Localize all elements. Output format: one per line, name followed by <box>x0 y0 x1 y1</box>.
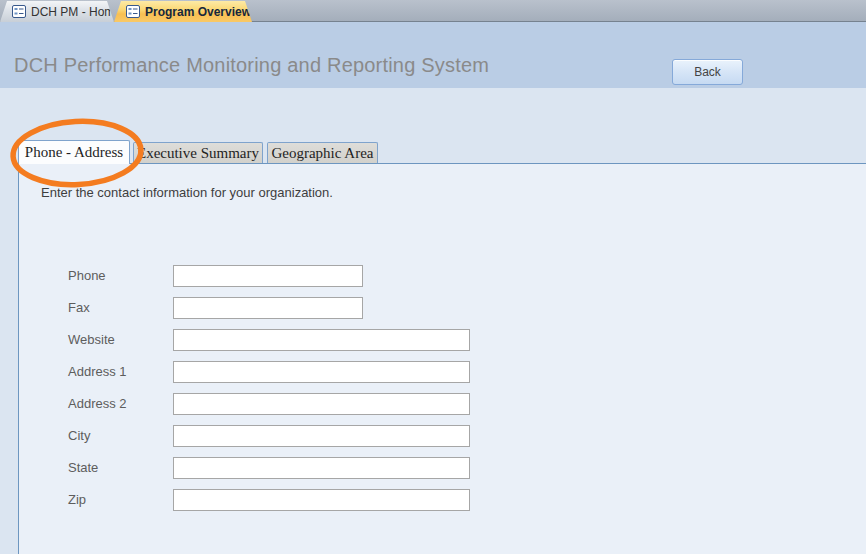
address2-label: Address 2 <box>68 393 127 415</box>
city-label: City <box>68 425 90 447</box>
website-field[interactable] <box>173 329 470 351</box>
back-button[interactable]: Back <box>672 59 743 85</box>
tab-executive-summary[interactable]: Executive Summary <box>133 142 263 163</box>
tab-geographic-area[interactable]: Geographic Area <box>267 142 378 163</box>
state-field[interactable] <box>173 457 470 479</box>
page-title: DCH Performance Monitoring and Reporting… <box>14 54 489 77</box>
zip-label: Zip <box>68 489 86 511</box>
city-field[interactable] <box>173 425 470 447</box>
fax-field[interactable] <box>173 297 363 319</box>
doc-tab-program-overview[interactable]: Program Overview <box>114 1 252 22</box>
form-icon <box>12 5 26 18</box>
zip-field[interactable] <box>173 489 470 511</box>
address1-field[interactable] <box>173 361 470 383</box>
instruction-text: Enter the contact information for your o… <box>41 185 333 200</box>
website-label: Website <box>68 329 115 351</box>
address2-field[interactable] <box>173 393 470 415</box>
form-icon <box>126 5 140 18</box>
state-label: State <box>68 457 98 479</box>
doc-tab-label: Program Overview <box>145 5 251 19</box>
header-band: DCH Performance Monitoring and Reporting… <box>0 22 866 88</box>
address1-label: Address 1 <box>68 361 127 383</box>
document-tab-bar: DCH PM - Home Program Overview <box>0 0 866 22</box>
doc-tab-dch-pm-home[interactable]: DCH PM - Home <box>0 1 114 22</box>
fax-label: Fax <box>68 297 90 319</box>
tab-phone-address[interactable]: Phone - Address <box>18 140 130 164</box>
phone-label: Phone <box>68 265 106 287</box>
doc-tab-label: DCH PM - Home <box>31 5 121 19</box>
phone-field[interactable] <box>173 265 363 287</box>
application-window: DCH PM - Home Program Overview DCH Perfo… <box>0 0 866 554</box>
